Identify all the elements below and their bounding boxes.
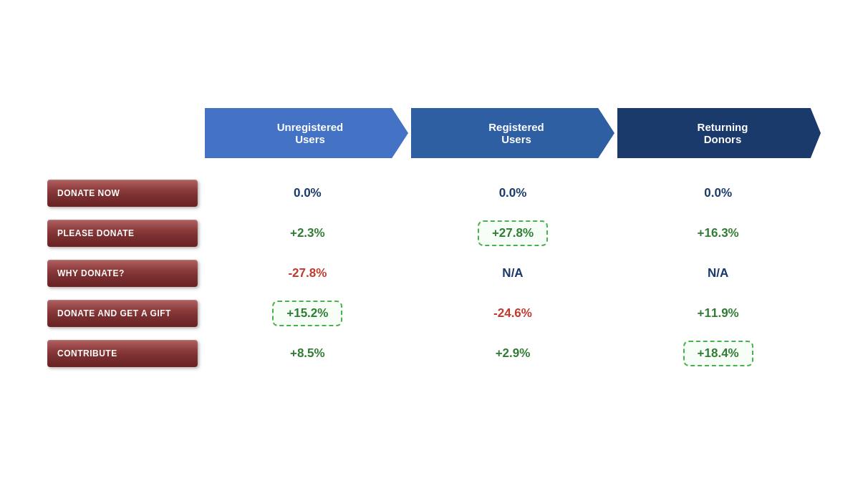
cell-3-0: +15.2% [205, 301, 410, 326]
row-label-4: CONTRIBUTE [47, 340, 198, 367]
cell-2-0: -27.8% [205, 266, 410, 280]
highlight-value: +27.8% [478, 220, 548, 246]
cell-2-1: N/A [410, 266, 616, 280]
cta-button-2[interactable]: WHY DONATE? [47, 260, 198, 287]
row-label-2: WHY DONATE? [47, 260, 198, 287]
cell-value: +2.3% [290, 226, 325, 240]
cell-value: -24.6% [493, 306, 532, 320]
cell-value: -27.8% [288, 266, 327, 280]
header-registered: RegisteredUsers [411, 108, 614, 158]
header-row: UnregisteredUsers RegisteredUsers Return… [205, 108, 821, 158]
cell-0-2: 0.0% [615, 186, 821, 200]
cell-2-2: N/A [615, 266, 821, 280]
table-row: DONATE NOW0.0%0.0%0.0% [47, 180, 821, 207]
main-container: UnregisteredUsers RegisteredUsers Return… [40, 94, 828, 394]
cell-4-1: +2.9% [410, 346, 616, 361]
row-label-3: DONATE AND GET A GIFT [47, 300, 198, 327]
cell-value: 0.0% [499, 186, 527, 200]
cell-value: +11.9% [698, 306, 739, 320]
cta-button-1[interactable]: PLEASE DONATE [47, 220, 198, 247]
cell-value: +8.5% [290, 346, 325, 360]
cell-value: N/A [708, 266, 728, 280]
highlight-value: +15.2% [272, 301, 342, 326]
cell-value: +16.3% [698, 226, 739, 240]
cell-3-1: -24.6% [410, 306, 616, 321]
cta-button-0[interactable]: DONATE NOW [47, 180, 198, 207]
header-unregistered: UnregisteredUsers [205, 108, 408, 158]
cell-1-0: +2.3% [205, 226, 410, 240]
cell-1-2: +16.3% [615, 226, 821, 240]
cta-button-4[interactable]: CONTRIBUTE [47, 340, 198, 367]
cell-value: 0.0% [294, 186, 322, 200]
cell-0-1: 0.0% [410, 186, 616, 200]
row-label-1: PLEASE DONATE [47, 220, 198, 247]
table-row: WHY DONATE?-27.8%N/AN/A [47, 260, 821, 287]
cell-0-0: 0.0% [205, 186, 410, 200]
cell-3-2: +11.9% [615, 306, 821, 321]
header-returning: ReturningDonors [617, 108, 821, 158]
cell-value: 0.0% [704, 186, 732, 200]
cell-4-0: +8.5% [205, 346, 410, 361]
cell-value: +2.9% [496, 346, 531, 360]
data-rows: DONATE NOW0.0%0.0%0.0%PLEASE DONATE+2.3%… [47, 180, 821, 380]
cell-4-2: +18.4% [615, 341, 821, 366]
cell-1-1: +27.8% [410, 220, 616, 246]
cell-value: N/A [502, 266, 523, 280]
table-row: DONATE AND GET A GIFT+15.2%-24.6%+11.9% [47, 300, 821, 327]
highlight-value: +18.4% [683, 341, 753, 366]
cta-button-3[interactable]: DONATE AND GET A GIFT [47, 300, 198, 327]
table-row: CONTRIBUTE+8.5%+2.9%+18.4% [47, 340, 821, 367]
table-row: PLEASE DONATE+2.3%+27.8%+16.3% [47, 220, 821, 247]
row-label-0: DONATE NOW [47, 180, 198, 207]
